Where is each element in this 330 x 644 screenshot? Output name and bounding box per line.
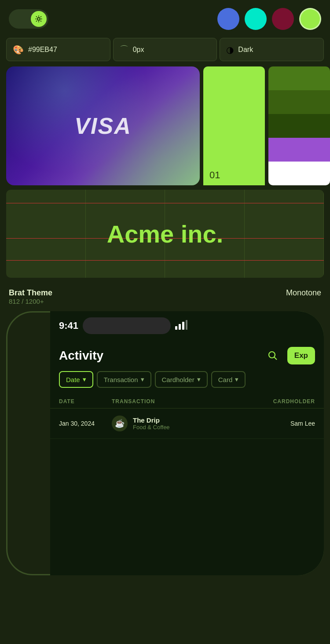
chevron-down-icon-4: ▾ (235, 375, 238, 383)
merchant-category: Food & Coffee (133, 424, 170, 431)
palette-col (268, 66, 330, 185)
coffee-icon: ☕ (115, 419, 125, 428)
svg-point-13 (269, 352, 275, 358)
transaction-info: The Drip Food & Coffee (133, 416, 170, 431)
visa-logo: VISA (74, 113, 131, 139)
chevron-down-icon: ▾ (83, 375, 86, 383)
row-date: Jan 30, 2024 (59, 420, 107, 427)
theme-toggle[interactable] (9, 9, 48, 29)
filter-cardholder[interactable]: Cardholder ▾ (155, 371, 208, 388)
swatch-cyan[interactable] (245, 8, 267, 30)
filter-card-label: Card (218, 376, 233, 383)
swatch-lime[interactable] (299, 8, 321, 30)
table-header: DATE TRANSACTION CARDHOLDER (50, 395, 324, 408)
grid-line-h1 (6, 203, 324, 203)
contrast-icon: ◑ (226, 44, 234, 55)
svg-line-14 (274, 357, 277, 360)
dynamic-island (83, 317, 171, 334)
radius-value: 0px (133, 46, 144, 54)
activity-title: Activity (59, 349, 258, 363)
filter-date-label: Date (66, 376, 80, 383)
toggle-thumb (31, 11, 47, 27)
filter-cardholder-label: Cardholder (162, 376, 194, 383)
th-date: DATE (59, 398, 107, 405)
phone-area: 9:41 Activity Exp (6, 311, 324, 584)
monotone-tag: Monotone (286, 288, 321, 305)
swatch-number: 01 (209, 169, 220, 181)
svg-line-7 (36, 21, 37, 22)
green-swatch: 01 (203, 66, 265, 185)
status-time: 9:41 (59, 320, 78, 331)
merchant-name: The Drip (133, 416, 170, 424)
transaction-icon: ☕ (112, 416, 128, 431)
activity-header: Activity Exp (50, 338, 324, 371)
mode-control[interactable]: ◑ Dark (220, 38, 324, 61)
info-row: Brat Theme 812 / 1200+ Monotone (0, 282, 330, 311)
visa-card: VISA (6, 66, 200, 185)
svg-rect-12 (186, 320, 187, 330)
color-swatches (217, 8, 321, 30)
table-row: Jan 30, 2024 ☕ The Drip Food & Coffee Sa… (50, 408, 324, 439)
color-value: #99EB47 (28, 46, 57, 54)
radius-control[interactable]: ⌒ 0px (113, 38, 217, 61)
color-control[interactable]: 🎨 #99EB47 (6, 38, 110, 61)
palette-white (268, 162, 330, 185)
radius-icon: ⌒ (120, 44, 128, 55)
filter-transaction-label: Transaction (104, 376, 138, 383)
svg-rect-9 (175, 326, 177, 330)
svg-line-5 (36, 16, 37, 17)
theme-info: Brat Theme 812 / 1200+ (9, 288, 52, 305)
theme-count: 812 / 1200+ (9, 298, 52, 305)
svg-rect-10 (179, 324, 181, 330)
grid-section: Acme inc. (6, 190, 324, 278)
palette-icon: 🎨 (13, 44, 24, 55)
swatch-blue[interactable] (217, 8, 239, 30)
row-transaction: ☕ The Drip Food & Coffee (112, 416, 286, 431)
th-cardholder: CARDHOLDER (273, 398, 315, 405)
th-transaction: TRANSACTION (112, 398, 269, 405)
signal-icon (175, 320, 187, 332)
filter-date[interactable]: Date ▾ (59, 371, 93, 388)
search-button[interactable] (264, 346, 282, 365)
row-holder: Sam Lee (290, 420, 315, 427)
palette-mid-green (268, 90, 330, 114)
mode-value: Dark (238, 46, 253, 54)
phone-screen: 9:41 Activity Exp (50, 311, 324, 575)
export-button[interactable]: Exp (287, 347, 315, 364)
svg-line-8 (40, 16, 41, 17)
grid-line-h3 (6, 260, 324, 261)
controls-row: 🎨 #99EB47 ⌒ 0px ◑ Dark (0, 38, 330, 66)
palette-dark-green (268, 66, 330, 90)
swatch-burgundy[interactable] (272, 8, 294, 30)
palette-dark-green2 (268, 114, 330, 138)
card-section: VISA 01 (6, 66, 324, 185)
chevron-down-icon-2: ▾ (141, 375, 144, 383)
palette-purple (268, 138, 330, 162)
filters-row: Date ▾ Transaction ▾ Cardholder ▾ Card ▾ (50, 371, 324, 395)
filter-card[interactable]: Card ▾ (211, 371, 246, 388)
top-bar (0, 0, 330, 38)
theme-name: Brat Theme (9, 288, 52, 298)
status-bar: 9:41 (50, 311, 324, 338)
svg-point-0 (37, 18, 40, 20)
svg-line-6 (40, 21, 41, 22)
chevron-down-icon-3: ▾ (197, 375, 201, 383)
svg-rect-11 (182, 322, 184, 330)
filter-transaction[interactable]: Transaction ▾ (97, 371, 151, 388)
grid-title: Acme inc. (107, 220, 224, 248)
